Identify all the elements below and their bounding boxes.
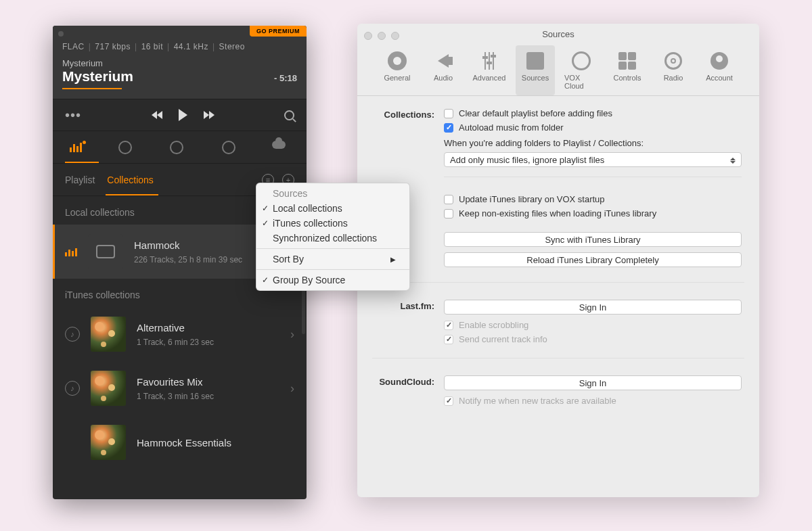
lastfm-signin-button[interactable]: Sign In — [444, 300, 742, 315]
collection-item[interactable]: ♪ Hammock Essentials — [53, 415, 307, 469]
controls-icon — [618, 52, 636, 70]
tab-account[interactable]: Account — [700, 45, 739, 95]
music-note-icon: ♪ — [65, 327, 80, 342]
tab-sources[interactable]: Sources — [516, 45, 555, 95]
gear-icon — [388, 51, 407, 70]
collections-label: Collections: — [372, 108, 434, 120]
keep-nonexisting-checkbox[interactable]: Keep non-existing files when loading iTu… — [444, 208, 742, 218]
next-button[interactable] — [204, 111, 215, 119]
samplerate: 44.1 kHz — [174, 42, 208, 51]
source-library-tab[interactable] — [70, 143, 82, 152]
collection-meta: 1 Track, 3 min 16 sec — [137, 392, 214, 401]
ctx-sync-collections[interactable]: Synchronized collections — [256, 231, 409, 246]
collection-name: Favourites Mix — [137, 376, 214, 388]
update-itunes-checkbox[interactable]: Update iTunes library on VOX startup — [444, 194, 742, 204]
ctx-local-collections[interactable]: ✓Local collections — [256, 201, 409, 216]
checkbox-label: Notify me when new tracks are available — [459, 396, 616, 406]
ctx-group-by-source[interactable]: ✓Group By Source — [256, 273, 409, 287]
close-button[interactable] — [364, 32, 372, 40]
ctx-header: Sources — [256, 186, 409, 201]
tab-label: Controls — [614, 74, 641, 82]
tab-underline — [65, 162, 99, 163]
checkbox-label: Update iTunes library on VOX startup — [459, 194, 605, 204]
source-soundcloud-tab[interactable] — [272, 141, 290, 154]
helper-text: When you're adding folders to Playlist /… — [444, 138, 742, 148]
soundcloud-signin-button[interactable]: Sign In — [444, 375, 742, 390]
sliders-icon — [484, 52, 494, 70]
autoload-checkbox[interactable]: Autoload music from folder — [444, 122, 742, 133]
clear-playlist-checkbox[interactable]: Clear default playlist before adding fil… — [444, 108, 742, 118]
tab-label: VOX Cloud — [564, 74, 598, 90]
ctx-item-label: Local collections — [273, 203, 342, 214]
collection-meta: 1 Track, 6 min 23 sec — [137, 338, 214, 347]
list-tab-underline — [106, 194, 158, 195]
bitrate: 717 kbps — [95, 42, 131, 51]
playlist-tab[interactable]: Playlist — [65, 175, 95, 185]
tab-radio[interactable]: Radio — [654, 45, 693, 95]
ctx-item-label: Synchronized collections — [273, 233, 377, 244]
album-art — [91, 317, 126, 352]
more-button[interactable]: ••• — [65, 108, 81, 123]
collection-item[interactable]: ♪ Favourites Mix 1 Track, 3 min 16 sec › — [53, 361, 307, 415]
bitdepth: 16 bit — [141, 42, 163, 51]
collection-item[interactable]: ♪ Alternative 1 Track, 6 min 23 sec › — [53, 307, 307, 361]
playback-controls: ••• — [53, 99, 307, 131]
checkbox-label: Keep non-existing files when loading iTu… — [459, 208, 656, 218]
reload-itunes-button[interactable]: Reload iTunes Library Completely — [444, 252, 742, 267]
ctx-separator — [256, 269, 409, 270]
tab-general[interactable]: General — [378, 45, 417, 95]
scrobble-checkbox: Enable scrobbling — [444, 320, 742, 330]
window-title: Sources — [357, 24, 759, 43]
album-art — [91, 371, 126, 406]
chevron-right-icon: ▶ — [390, 256, 396, 263]
music-note-icon: ♪ — [65, 381, 80, 396]
tab-controls[interactable]: Controls — [608, 45, 647, 95]
tab-audio[interactable]: Audio — [424, 45, 463, 95]
track-name: Mysterium — [62, 68, 133, 85]
album-art-placeholder — [88, 234, 123, 269]
preferences-window: Sources General Audio Advanced Sources V… — [357, 24, 759, 497]
sync-itunes-button[interactable]: Sync with iTunes Library — [444, 232, 742, 247]
tab-advanced[interactable]: Advanced — [470, 45, 509, 95]
now-playing-icon — [65, 247, 77, 256]
tab-label: Advanced — [473, 74, 506, 82]
go-premium-button[interactable]: GO PREMIUM — [250, 26, 307, 37]
lastfm-label: Last.fm: — [372, 300, 434, 311]
previous-button[interactable] — [152, 111, 162, 119]
collection-name: Hammock — [134, 239, 242, 251]
source-radio-tab[interactable] — [220, 141, 238, 154]
minimize-button[interactable] — [378, 32, 386, 40]
chevron-right-icon: › — [290, 327, 294, 342]
tab-label: Sources — [522, 74, 549, 82]
ctx-separator — [256, 248, 409, 249]
close-button[interactable] — [58, 31, 64, 37]
album-art — [91, 425, 126, 460]
soundcloud-label: SoundCloud: — [372, 375, 434, 387]
chevron-right-icon: › — [290, 382, 294, 396]
cloud-icon — [572, 51, 591, 70]
ctx-item-label: iTunes collections — [273, 218, 348, 229]
select-caret-icon — [727, 154, 738, 166]
prefs-body: Collections: Clear default playlist befo… — [357, 96, 759, 426]
track-underline — [62, 88, 122, 89]
ctx-sort-by[interactable]: Sort By▶ — [256, 252, 409, 267]
ctx-item-label: Group By Source — [273, 275, 345, 285]
person-icon — [710, 52, 728, 70]
prefs-toolbar: General Audio Advanced Sources VOX Cloud… — [357, 43, 759, 96]
checkbox-label: Send current track info — [459, 334, 547, 344]
radio-icon — [664, 52, 682, 70]
window-controls — [364, 32, 399, 40]
play-button[interactable] — [179, 109, 187, 121]
time-remaining: - 5:18 — [274, 73, 297, 83]
ctx-itunes-collections[interactable]: ✓iTunes collections — [256, 216, 409, 231]
add-folder-mode-select[interactable]: Add only music files, ignore playlist fi… — [444, 152, 742, 167]
search-icon[interactable] — [284, 110, 294, 120]
zoom-button[interactable] — [391, 32, 399, 40]
collections-tab[interactable]: Collections — [107, 175, 153, 185]
source-loop-tab[interactable] — [116, 141, 134, 154]
speaker-icon — [438, 54, 449, 68]
checkbox-label: Enable scrobbling — [459, 320, 528, 330]
tab-voxcloud[interactable]: VOX Cloud — [562, 45, 601, 95]
checkbox-label: Clear default playlist before adding fil… — [459, 108, 612, 118]
source-queue-tab[interactable] — [168, 141, 185, 154]
